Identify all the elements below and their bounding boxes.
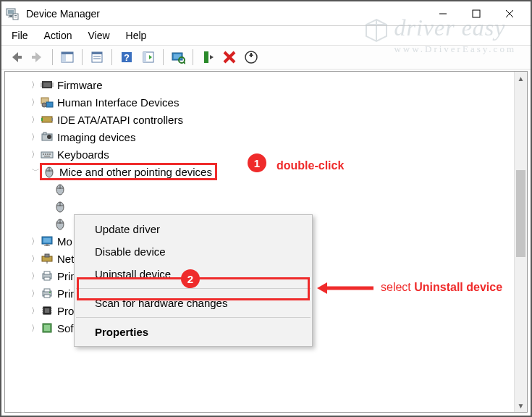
toolbar-separator xyxy=(82,49,83,65)
svg-rect-6 xyxy=(14,17,17,17)
svg-rect-1 xyxy=(8,10,14,14)
tree-item-keyboards[interactable]: 〉 Keyboards xyxy=(9,146,527,163)
toolbar: ? xyxy=(1,45,531,70)
svg-rect-37 xyxy=(46,102,53,107)
svg-rect-44 xyxy=(43,132,46,135)
scan-hardware-button[interactable] xyxy=(168,48,188,67)
forward-button[interactable] xyxy=(28,48,48,67)
software-icon xyxy=(40,321,54,335)
tree-item-firmware[interactable]: 〉 Firmware xyxy=(9,76,527,93)
svg-rect-64 xyxy=(43,238,51,243)
tree-label: Firmware xyxy=(57,79,103,91)
tree-item-mouse-device[interactable] xyxy=(9,198,527,215)
show-hide-tree-button[interactable] xyxy=(57,48,77,67)
mouse-icon xyxy=(53,199,67,214)
ctx-update-driver[interactable]: Update driver xyxy=(75,218,312,240)
close-button[interactable] xyxy=(493,1,526,25)
imaging-icon xyxy=(40,130,54,144)
tree-item-mice[interactable]: 〉 Mice and other pointing devices xyxy=(9,163,527,180)
chevron-down-icon: 〉 xyxy=(30,167,41,177)
mouse-icon xyxy=(53,182,67,196)
svg-rect-49 xyxy=(49,153,51,155)
svg-rect-47 xyxy=(45,153,46,155)
mouse-icon xyxy=(53,216,67,231)
svg-rect-28 xyxy=(204,51,208,63)
keyboard-icon xyxy=(40,147,54,161)
enable-device-button[interactable] xyxy=(198,48,218,67)
tree-label: Imaging devices xyxy=(57,131,135,143)
chevron-right-icon: 〉 xyxy=(30,132,40,143)
action-center-button[interactable] xyxy=(138,48,159,67)
ctx-disable-device[interactable]: Disable device xyxy=(75,240,312,263)
svg-rect-66 xyxy=(44,245,50,246)
svg-rect-75 xyxy=(44,295,50,298)
svg-rect-71 xyxy=(44,271,50,274)
ctx-scan-hardware[interactable]: Scan for hardware changes xyxy=(75,292,312,314)
annotation-badge-2: 2 xyxy=(181,269,200,288)
annotation-text-bold: Uninstall device xyxy=(414,281,502,293)
svg-rect-40 xyxy=(41,118,43,121)
svg-rect-72 xyxy=(44,277,50,280)
tree-item-imaging[interactable]: 〉 Imaging devices xyxy=(9,128,527,146)
update-driver-button[interactable] xyxy=(241,48,261,67)
menu-file[interactable]: File xyxy=(4,27,35,44)
window-title: Device Manager xyxy=(26,8,100,20)
chevron-right-icon: 〉 xyxy=(30,149,40,160)
svg-rect-46 xyxy=(43,153,44,155)
menu-help[interactable]: Help xyxy=(119,27,154,44)
ide-controller-icon xyxy=(40,112,54,127)
ctx-properties[interactable]: Properties xyxy=(75,321,312,343)
svg-rect-23 xyxy=(143,52,146,62)
menu-view[interactable]: View xyxy=(80,27,117,44)
maximize-button[interactable] xyxy=(460,1,493,25)
svg-rect-11 xyxy=(17,56,22,59)
svg-rect-48 xyxy=(47,153,48,155)
processor-icon xyxy=(40,303,54,318)
toolbar-separator xyxy=(163,49,164,65)
svg-rect-65 xyxy=(46,244,48,245)
svg-line-27 xyxy=(184,62,185,64)
scroll-up-icon[interactable]: ▲ xyxy=(515,72,527,85)
tree-label: Keyboards xyxy=(57,148,109,161)
svg-rect-50 xyxy=(44,156,50,157)
toolbar-separator xyxy=(193,49,193,65)
svg-rect-74 xyxy=(44,289,50,292)
annotation-badge-1: 1 xyxy=(248,153,266,172)
svg-rect-12 xyxy=(32,56,36,59)
network-icon xyxy=(40,251,54,266)
monitor-icon xyxy=(40,234,54,248)
hid-icon xyxy=(40,95,54,109)
context-menu-separator xyxy=(76,317,311,318)
toolbar-separator xyxy=(111,49,112,65)
tree-item-mouse-device[interactable] xyxy=(9,180,527,198)
svg-rect-78 xyxy=(45,308,49,313)
scroll-down-icon[interactable]: ▼ xyxy=(515,399,527,412)
tree-label: Mice and other pointing devices xyxy=(59,166,215,178)
help-button[interactable]: ? xyxy=(117,48,137,67)
chevron-right-icon: 〉 xyxy=(30,80,40,90)
chevron-right-icon: 〉 xyxy=(30,236,40,247)
mouse-icon xyxy=(42,164,56,179)
svg-rect-33 xyxy=(43,83,51,87)
window-controls xyxy=(426,1,526,25)
firmware-icon xyxy=(40,77,54,92)
properties-button[interactable] xyxy=(87,48,107,67)
scrollbar-thumb[interactable] xyxy=(516,170,525,257)
tree-item-hid[interactable]: 〉 Human Interface Devices xyxy=(9,93,527,111)
tree-label: Mo xyxy=(57,235,72,248)
svg-rect-39 xyxy=(42,117,52,122)
menu-bar: File Action View Help xyxy=(1,26,531,45)
svg-point-43 xyxy=(47,135,51,139)
chevron-right-icon: 〉 xyxy=(30,253,40,264)
tree-label: Human Interface Devices xyxy=(57,96,179,109)
title-bar: Device Manager xyxy=(1,1,531,26)
tree-item-ide[interactable]: 〉 IDE ATA/ATAPI controllers xyxy=(9,111,527,128)
printer-icon xyxy=(40,286,54,300)
svg-point-76 xyxy=(49,292,51,293)
vertical-scrollbar[interactable]: ▲ ▼ xyxy=(514,72,527,412)
menu-action[interactable]: Action xyxy=(37,27,80,44)
annotation-arrow-icon xyxy=(317,281,375,295)
back-button[interactable] xyxy=(6,48,26,67)
minimize-button[interactable] xyxy=(426,1,460,25)
uninstall-device-button[interactable] xyxy=(219,48,240,67)
